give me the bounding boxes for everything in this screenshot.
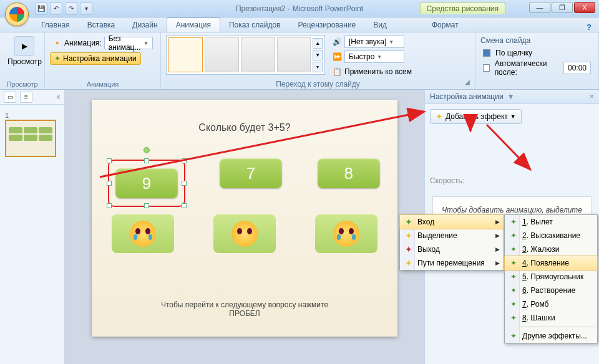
star-icon: ✦	[404, 217, 414, 227]
answer-button-8[interactable]: 8	[318, 158, 380, 188]
slide-title: Сколько будет 3+5?	[92, 122, 397, 133]
star-icon: ✦	[509, 231, 519, 240]
animation-dropdown[interactable]: 🔸Анимация: Без анимац...▼	[50, 36, 155, 50]
tab-review[interactable]: Рецензирование	[290, 18, 365, 32]
star-icon: ✦	[404, 258, 414, 268]
menu-item-Растворение[interactable]: ✦6. Растворение	[505, 284, 597, 297]
contextual-tab-label: Средства рисования	[420, 2, 505, 14]
add-effect-button[interactable]: ✦ Добавить эффект ▼	[430, 109, 522, 124]
slide-thumbnail[interactable]: 1	[5, 111, 59, 157]
window-maximize[interactable]: ❐	[552, 2, 573, 13]
on-click-checkbox[interactable]: По щелчку	[480, 46, 535, 60]
resize-handle[interactable]	[182, 181, 187, 186]
resize-handle[interactable]	[107, 181, 112, 186]
star-icon: ✦	[509, 286, 519, 295]
resize-handle[interactable]	[182, 158, 187, 163]
group-label-animation: Анимация	[50, 79, 155, 89]
speed-label: Скорость:	[430, 176, 594, 185]
preview-label: Просмотр	[7, 57, 42, 66]
menu-item-Вход[interactable]: ✦Вход▶	[400, 215, 504, 229]
rotate-handle[interactable]	[144, 147, 150, 153]
help-icon[interactable]: ?	[587, 22, 592, 32]
gallery-up[interactable]: ▲	[313, 38, 323, 49]
tab-view[interactable]: Вид	[364, 18, 396, 32]
slide: Сколько будет 3+5? 9	[92, 100, 397, 337]
tab-animation[interactable]: Анимация	[167, 17, 220, 32]
transition-gallery[interactable]: ▲▼▾	[166, 35, 325, 75]
gallery-more[interactable]: ▾	[313, 62, 323, 72]
advance-title: Смена слайда	[480, 36, 530, 45]
star-icon: ✦	[509, 218, 519, 226]
answer-button-7[interactable]: 7	[220, 158, 282, 188]
slide-hint: Чтобы перейти к следующему вопросу нажми…	[92, 300, 397, 318]
resize-handle[interactable]	[144, 158, 149, 163]
panel-close[interactable]: ×	[56, 93, 61, 102]
slide-canvas[interactable]: Сколько будет 3+5? 9	[65, 90, 424, 364]
window-minimize[interactable]: —	[529, 2, 550, 13]
slides-tab[interactable]: ▭	[4, 92, 16, 103]
apply-to-all[interactable]: 📋Применить ко всем	[330, 65, 414, 79]
menu-item-Выход[interactable]: ✦Выход▶	[400, 242, 504, 256]
quick-access-toolbar: 💾 ↶ ↷ ▾	[35, 2, 92, 15]
emoji-button[interactable]	[213, 214, 276, 253]
tab-design[interactable]: Дизайн	[124, 18, 166, 32]
menu-item-Выделение[interactable]: ✦Выделение▶	[400, 229, 504, 242]
ribbon: ▶Просмотр Просмотр 🔸Анимация: Без анимац…	[0, 32, 599, 90]
menu-item-Прямоугольник[interactable]: ✦5. Прямоугольник	[505, 270, 597, 284]
outline-tab[interactable]: ≡	[20, 92, 32, 103]
star-icon: ✦	[509, 245, 519, 254]
menu-item-Жалюзи[interactable]: ✦3. Жалюзи	[505, 242, 597, 256]
entrance-effects-menu: ✦1. Вылет✦2. Выскакивание✦3. Жалюзи✦4. П…	[504, 214, 598, 343]
transition-item[interactable]	[277, 37, 311, 72]
gallery-down[interactable]: ▼	[313, 50, 323, 60]
menu-item-Ромб[interactable]: ✦7. Ромб	[505, 297, 597, 311]
resize-handle[interactable]	[107, 203, 112, 208]
office-button[interactable]	[5, 2, 29, 26]
tab-insert[interactable]: Вставка	[79, 18, 124, 32]
star-icon: ✦	[509, 272, 519, 281]
title-bar: 💾 ↶ ↷ ▾ Презентация2 - Microsoft PowerPo…	[0, 0, 599, 17]
star-icon: ✦	[404, 231, 414, 241]
star-icon: ✦	[509, 332, 519, 340]
transition-item[interactable]	[205, 37, 239, 72]
transition-speed[interactable]: ⏩Быстро▼	[330, 50, 414, 64]
answer-button-9[interactable]: 9	[115, 168, 178, 198]
transition-none[interactable]	[168, 37, 203, 72]
star-icon: ✦	[509, 259, 519, 267]
group-label-transition: Переход к этому слайду◢	[166, 79, 470, 90]
preview-button[interactable]: ▶Просмотр	[5, 35, 44, 67]
qat-redo[interactable]: ↷	[65, 2, 77, 15]
selected-shape[interactable]: 9	[108, 160, 185, 207]
resize-handle[interactable]	[144, 203, 149, 208]
menu-item-Вылет[interactable]: ✦1. Вылет	[505, 215, 597, 229]
ribbon-tabs: Главная Вставка Дизайн Анимация Показ сл…	[0, 17, 599, 32]
taskpane-pin-icon[interactable]: ▼	[507, 92, 515, 101]
menu-item-Другие эффекты...[interactable]: ✦Другие эффекты...	[505, 329, 597, 343]
resize-handle[interactable]	[182, 203, 187, 208]
qat-save[interactable]: 💾	[35, 2, 47, 15]
menu-item-Появление[interactable]: ✦4. Появление	[505, 256, 597, 270]
qat-more[interactable]: ▾	[80, 2, 92, 15]
star-icon: ✦	[436, 112, 443, 122]
menu-item-Пути перемещения[interactable]: ✦Пути перемещения▶	[400, 256, 504, 270]
menu-item-Шашки[interactable]: ✦8. Шашки	[505, 311, 597, 325]
taskpane-title: Настройка анимации	[430, 92, 504, 101]
group-label-preview: Просмотр	[5, 79, 39, 89]
group-launcher-icon[interactable]: ◢	[465, 79, 470, 85]
menu-item-Выскакивание[interactable]: ✦2. Выскакивание	[505, 229, 597, 242]
taskpane-close-icon[interactable]: ×	[590, 92, 594, 101]
transition-sound[interactable]: 🔊[Нет звука]▼	[330, 35, 414, 49]
transition-item[interactable]	[241, 37, 275, 72]
tab-format[interactable]: Формат	[423, 18, 467, 32]
custom-animation-button[interactable]: ✦Настройка анимации	[50, 52, 141, 65]
auto-after-checkbox[interactable]: Автоматически после:00:00	[480, 61, 593, 75]
resize-handle[interactable]	[107, 158, 112, 163]
tab-slideshow[interactable]: Показ слайдов	[220, 18, 290, 32]
tab-home[interactable]: Главная	[32, 18, 79, 32]
star-icon: ✦	[509, 300, 519, 309]
window-close[interactable]: X	[574, 2, 595, 13]
slides-panel: ▭ ≡ × 1	[0, 90, 65, 364]
qat-undo[interactable]: ↶	[50, 2, 62, 15]
emoji-button[interactable]	[112, 214, 174, 253]
emoji-button[interactable]	[315, 214, 377, 253]
